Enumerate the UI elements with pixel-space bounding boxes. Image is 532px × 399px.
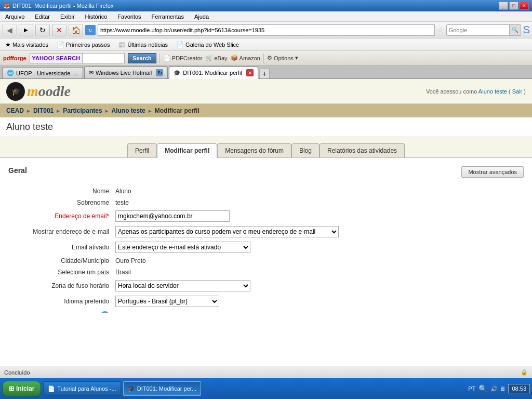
back-button[interactable]: ◀ [2, 24, 17, 36]
email-input[interactable] [115, 210, 230, 222]
required-star-2: * [95, 312, 97, 313]
search-button[interactable]: 🔍 [509, 25, 521, 35]
reload-button[interactable]: ↻ [35, 24, 50, 36]
bookmark-galeria[interactable]: 📄 Galeria do Web Slice [174, 40, 241, 49]
label-fuso: Zona de fuso horário [8, 278, 112, 294]
bookmark-label: Galeria do Web Slice [185, 42, 239, 48]
label-mostrar-email: Mostrar endereço de e-mail [8, 224, 112, 240]
bookmark-mais-visitados[interactable]: ★ Mais visitados [3, 40, 50, 49]
email-ativado-select[interactable]: Este endereço de e-mail está ativado [115, 242, 250, 253]
amazon-label: Amazon [240, 55, 260, 61]
table-row: Endereço de email* [8, 208, 524, 224]
breadcrumb-current: Modificar perfil [155, 107, 200, 114]
close-button[interactable]: ✕ [520, 2, 529, 10]
site-icon: u [85, 25, 96, 35]
menu-ajuda[interactable]: Ajuda [192, 14, 211, 20]
table-row: Mostrar endereço de e-mail Apenas os par… [8, 224, 524, 240]
profile-tab-perfil[interactable]: Perfil [127, 143, 157, 157]
form-table: Nome Aluno Sobrenome teste Endereço de e… [8, 185, 524, 313]
user-link[interactable]: Aluno teste [478, 88, 507, 95]
moodle-header: 🎓 moodle Você acessou como Aluno teste (… [0, 79, 532, 104]
ebay-icon: 🛒 [206, 55, 213, 61]
page-icon: 📄 [57, 41, 64, 48]
label-email: Endereço de email* [8, 208, 112, 224]
bookmark-primeiros-passos[interactable]: 📄 Primeiros passos [55, 40, 112, 49]
advanced-button[interactable]: Mostrar avançados [461, 166, 524, 178]
title-bar: 🦊 DIT001: Modificar perfil - Mozilla Fir… [0, 0, 532, 11]
profile-tab-relatorios[interactable]: Relatórios das atividades [320, 143, 405, 157]
field-idioma: Português - Brasil (pt_br) [112, 294, 524, 309]
menu-ferramentas[interactable]: Ferramentas [150, 14, 186, 20]
profile-tab-modificar[interactable]: Modificar perfil [157, 143, 217, 158]
form-area: Mostrar avançados Geral Nome Aluno Sobre… [0, 158, 532, 313]
section-header: Mostrar avançados Geral [8, 166, 524, 179]
logout-link[interactable]: Sair [512, 88, 523, 95]
pdf-creator-label: PDFCreator [172, 55, 203, 61]
window-title: DIT001: Modificar perfil - Mozilla Firef… [12, 3, 113, 9]
section-title: Geral [8, 166, 27, 175]
toolbar-separator-2 [263, 54, 264, 63]
breadcrumb-aluno-teste[interactable]: Aluno teste [111, 107, 145, 114]
bookmark-ultimas-noticias[interactable]: 📰 Últimas notícias [116, 40, 170, 49]
tab-close-icon[interactable]: ✕ [246, 69, 254, 76]
field-email-ativado: Este endereço de e-mail está ativado [112, 240, 524, 255]
table-row: Idioma preferido Português - Brasil (pt_… [8, 294, 524, 309]
pdfforge-logo: pdfforge [3, 55, 26, 61]
tab-favicon-ufop: 🌐 [7, 70, 14, 76]
field-email [112, 208, 524, 224]
search-input[interactable] [447, 25, 509, 35]
fuso-select[interactable]: Hora local do servidor [115, 280, 250, 291]
idioma-select[interactable]: Português - Brasil (pt_br) [115, 296, 219, 307]
menu-arquivo[interactable]: Arquivo [3, 14, 26, 20]
label-descricao: Descrição* ? [8, 309, 112, 313]
address-input[interactable] [98, 24, 435, 36]
page-content: 🎓 moodle Você acessou como Aluno teste (… [0, 79, 532, 313]
value-nome: Aluno [112, 185, 524, 197]
user-info-text: Você acessou como [426, 88, 477, 95]
menu-favoritos[interactable]: Favoritos [115, 14, 143, 20]
tab-dit001[interactable]: 🎓 DIT001: Modificar perfil ✕ [169, 66, 258, 79]
bookmark-star-icon[interactable]: ☆ [437, 25, 444, 35]
label-pais: Selecione um país [8, 267, 112, 278]
table-row: Email ativado Este endereço de e-mail es… [8, 240, 524, 255]
breadcrumb-dit001[interactable]: DIT001 [33, 107, 54, 114]
search-bar-wrapper: 🔍 [446, 24, 521, 36]
profile-tab-mensagens[interactable]: Mensagens do fórum [217, 143, 291, 157]
help-icon[interactable]: ? [101, 311, 109, 313]
breadcrumb-participantes[interactable]: Participantes [63, 107, 102, 114]
breadcrumb-cead[interactable]: CEAD [6, 107, 24, 114]
skype-icon[interactable]: S [523, 24, 530, 36]
forward-button[interactable]: ▶ [19, 24, 33, 36]
yahoo-search-box: YAHOO! SEARCH [30, 53, 125, 63]
bookmark-label: Primeiros passos [66, 42, 110, 48]
news-icon: 📰 [118, 41, 126, 48]
tab-label-hotmail: Windows Live Hotmail [96, 70, 152, 76]
menu-exibir[interactable]: Exibir [58, 14, 77, 20]
moodle-user-info: Você acessou como Aluno teste ( Sair ) [426, 88, 526, 95]
new-tab-button[interactable]: + [259, 68, 270, 78]
yahoo-search-button[interactable]: Search [128, 53, 156, 63]
tab-hotmail[interactable]: ✉ Windows Live Hotmail ↻ [84, 66, 168, 78]
pdf-creator-item[interactable]: 📄 PDFCreator [163, 55, 203, 61]
toolbar-separator [159, 54, 160, 63]
tab-favicon-hotmail: ✉ [89, 70, 94, 76]
minimize-button[interactable]: _ [499, 2, 508, 10]
profile-tab-blog[interactable]: Blog [291, 143, 320, 157]
options-icon: ⚙ [267, 55, 272, 61]
options-item[interactable]: ⚙ Options ▾ [267, 55, 298, 61]
mostrar-email-select[interactable]: Apenas os participantes do curso podem v… [115, 226, 339, 237]
table-row: Selecione um país Brasil [8, 267, 524, 278]
yahoo-search-input[interactable] [83, 54, 124, 63]
menu-editar[interactable]: Editar [33, 14, 52, 20]
tab-favicon-dit001: 🎓 [174, 70, 181, 76]
amazon-icon: 📦 [231, 55, 238, 61]
tab-ufop[interactable]: 🌐 UFOP - Universidade Federal de Ouro P.… [2, 67, 83, 78]
home-button[interactable]: 🏠 [69, 24, 83, 36]
amazon-item[interactable]: 📦 Amazon [231, 55, 260, 61]
maximize-button[interactable]: □ [509, 2, 518, 10]
label-idioma: Idioma preferido [8, 294, 112, 309]
menu-historico[interactable]: Histórico [83, 14, 110, 20]
ebay-item[interactable]: 🛒 eBay [206, 55, 228, 61]
user-separator: ( [509, 88, 511, 95]
stop-button[interactable]: ✕ [52, 24, 66, 36]
